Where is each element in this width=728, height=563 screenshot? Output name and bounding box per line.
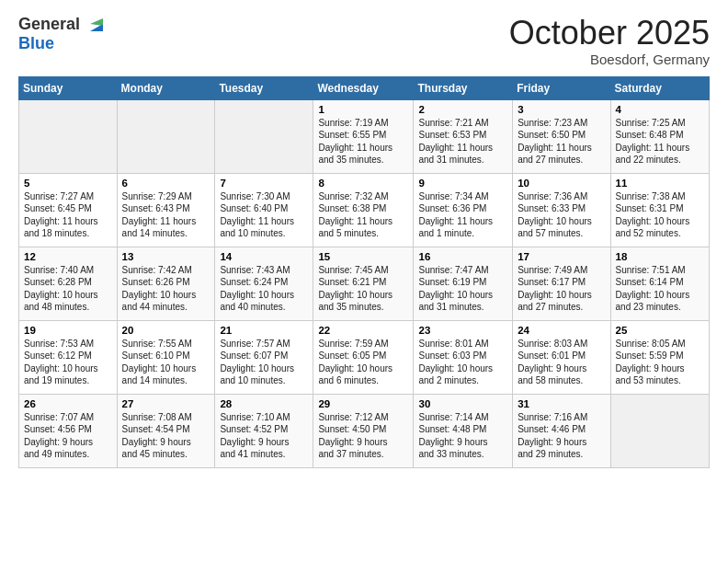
title-block: October 2025 Boesdorf, Germany	[509, 15, 710, 67]
day-number: 18	[616, 251, 704, 262]
day-info: Sunrise: 7:10 AM Sunset: 4:52 PM Dayligh…	[220, 411, 308, 461]
day-info: Sunrise: 7:38 AM Sunset: 6:31 PM Dayligh…	[616, 190, 704, 240]
calendar-cell: 20Sunrise: 7:55 AM Sunset: 6:10 PM Dayli…	[117, 320, 215, 394]
calendar-cell: 16Sunrise: 7:47 AM Sunset: 6:19 PM Dayli…	[414, 247, 513, 320]
day-info: Sunrise: 7:16 AM Sunset: 4:46 PM Dayligh…	[518, 411, 605, 461]
day-number: 20	[122, 325, 210, 336]
day-number: 14	[220, 251, 308, 262]
calendar-cell: 14Sunrise: 7:43 AM Sunset: 6:24 PM Dayli…	[215, 247, 313, 320]
day-info: Sunrise: 8:01 AM Sunset: 6:03 PM Dayligh…	[418, 338, 507, 387]
day-info: Sunrise: 7:51 AM Sunset: 6:14 PM Dayligh…	[616, 264, 704, 314]
calendar-cell: 21Sunrise: 7:57 AM Sunset: 6:07 PM Dayli…	[215, 320, 313, 394]
calendar-cell: 26Sunrise: 7:07 AM Sunset: 4:56 PM Dayli…	[19, 394, 118, 467]
day-info: Sunrise: 8:05 AM Sunset: 5:59 PM Dayligh…	[616, 338, 704, 387]
calendar-header-sunday: Sunday	[19, 76, 118, 99]
calendar-header-monday: Monday	[117, 76, 215, 99]
day-number: 6	[122, 178, 210, 189]
day-info: Sunrise: 7:07 AM Sunset: 4:56 PM Dayligh…	[24, 411, 112, 461]
calendar-cell: 18Sunrise: 7:51 AM Sunset: 6:14 PM Dayli…	[610, 247, 709, 320]
day-info: Sunrise: 7:29 AM Sunset: 6:43 PM Dayligh…	[122, 190, 210, 240]
day-number: 1	[318, 104, 408, 115]
day-number: 8	[318, 178, 408, 189]
day-number: 9	[418, 178, 507, 189]
day-info: Sunrise: 7:30 AM Sunset: 6:40 PM Dayligh…	[220, 190, 308, 240]
day-number: 10	[518, 178, 605, 189]
day-info: Sunrise: 8:03 AM Sunset: 6:01 PM Dayligh…	[518, 338, 605, 387]
calendar-cell: 7Sunrise: 7:30 AM Sunset: 6:40 PM Daylig…	[215, 173, 313, 247]
day-number: 21	[220, 325, 308, 336]
calendar-table: SundayMondayTuesdayWednesdayThursdayFrid…	[18, 76, 710, 468]
logo-general: General	[18, 15, 80, 33]
day-number: 11	[616, 178, 704, 189]
calendar-week-row: 19Sunrise: 7:53 AM Sunset: 6:12 PM Dayli…	[19, 320, 710, 394]
calendar-cell: 31Sunrise: 7:16 AM Sunset: 4:46 PM Dayli…	[513, 394, 610, 467]
day-info: Sunrise: 7:36 AM Sunset: 6:33 PM Dayligh…	[518, 190, 605, 240]
day-info: Sunrise: 7:23 AM Sunset: 6:50 PM Dayligh…	[518, 117, 605, 167]
calendar-cell: 1Sunrise: 7:19 AM Sunset: 6:55 PM Daylig…	[313, 99, 414, 173]
day-info: Sunrise: 7:27 AM Sunset: 6:45 PM Dayligh…	[24, 190, 112, 240]
calendar-cell: 8Sunrise: 7:32 AM Sunset: 6:38 PM Daylig…	[313, 173, 414, 247]
calendar-cell: 10Sunrise: 7:36 AM Sunset: 6:33 PM Dayli…	[513, 173, 610, 247]
day-info: Sunrise: 7:25 AM Sunset: 6:48 PM Dayligh…	[616, 117, 704, 167]
day-number: 12	[24, 251, 112, 262]
day-info: Sunrise: 7:47 AM Sunset: 6:19 PM Dayligh…	[418, 264, 507, 314]
day-info: Sunrise: 7:43 AM Sunset: 6:24 PM Dayligh…	[220, 264, 308, 314]
calendar-cell: 11Sunrise: 7:38 AM Sunset: 6:31 PM Dayli…	[610, 173, 709, 247]
day-info: Sunrise: 7:21 AM Sunset: 6:53 PM Dayligh…	[418, 117, 507, 167]
calendar-cell: 29Sunrise: 7:12 AM Sunset: 4:50 PM Dayli…	[313, 394, 414, 467]
day-number: 27	[122, 398, 210, 409]
day-number: 13	[122, 251, 210, 262]
svg-marker-1	[90, 18, 103, 26]
calendar-cell: 2Sunrise: 7:21 AM Sunset: 6:53 PM Daylig…	[414, 99, 513, 173]
calendar-cell: 5Sunrise: 7:27 AM Sunset: 6:45 PM Daylig…	[19, 173, 118, 247]
day-number: 25	[616, 325, 704, 336]
day-number: 17	[518, 251, 605, 262]
day-number: 5	[24, 178, 112, 189]
calendar-cell	[610, 394, 709, 467]
calendar-header-thursday: Thursday	[414, 76, 513, 99]
calendar-header-friday: Friday	[513, 76, 610, 99]
title-location: Boesdorf, Germany	[509, 52, 710, 67]
page: General Blue October 2025 Boesdorf, Germ…	[0, 0, 728, 563]
calendar-cell: 19Sunrise: 7:53 AM Sunset: 6:12 PM Dayli…	[19, 320, 118, 394]
calendar-week-row: 26Sunrise: 7:07 AM Sunset: 4:56 PM Dayli…	[19, 394, 710, 467]
calendar-week-row: 12Sunrise: 7:40 AM Sunset: 6:28 PM Dayli…	[19, 247, 710, 320]
calendar-cell: 22Sunrise: 7:59 AM Sunset: 6:05 PM Dayli…	[313, 320, 414, 394]
day-number: 23	[418, 325, 507, 336]
calendar-week-row: 1Sunrise: 7:19 AM Sunset: 6:55 PM Daylig…	[19, 99, 710, 173]
calendar-cell: 28Sunrise: 7:10 AM Sunset: 4:52 PM Dayli…	[215, 394, 313, 467]
calendar-cell	[215, 99, 313, 173]
day-number: 4	[616, 104, 704, 115]
title-month: October 2025	[509, 15, 710, 52]
calendar-cell: 6Sunrise: 7:29 AM Sunset: 6:43 PM Daylig…	[117, 173, 215, 247]
day-info: Sunrise: 7:12 AM Sunset: 4:50 PM Dayligh…	[318, 411, 408, 461]
calendar-header-saturday: Saturday	[610, 76, 709, 99]
day-info: Sunrise: 7:57 AM Sunset: 6:07 PM Dayligh…	[220, 338, 308, 387]
day-number: 19	[24, 325, 112, 336]
day-number: 22	[318, 325, 408, 336]
calendar-header-row: SundayMondayTuesdayWednesdayThursdayFrid…	[19, 76, 710, 99]
day-number: 16	[418, 251, 507, 262]
calendar-cell: 4Sunrise: 7:25 AM Sunset: 6:48 PM Daylig…	[610, 99, 709, 173]
day-info: Sunrise: 7:40 AM Sunset: 6:28 PM Dayligh…	[24, 264, 112, 314]
calendar-cell: 24Sunrise: 8:03 AM Sunset: 6:01 PM Dayli…	[513, 320, 610, 394]
logo-blue: Blue	[18, 34, 54, 52]
logo: General Blue	[18, 15, 107, 53]
day-info: Sunrise: 7:34 AM Sunset: 6:36 PM Dayligh…	[418, 190, 507, 240]
calendar-cell: 3Sunrise: 7:23 AM Sunset: 6:50 PM Daylig…	[513, 99, 610, 173]
calendar-cell: 15Sunrise: 7:45 AM Sunset: 6:21 PM Dayli…	[313, 247, 414, 320]
calendar-cell: 27Sunrise: 7:08 AM Sunset: 4:54 PM Dayli…	[117, 394, 215, 467]
day-number: 29	[318, 398, 408, 409]
calendar-cell: 23Sunrise: 8:01 AM Sunset: 6:03 PM Dayli…	[414, 320, 513, 394]
day-info: Sunrise: 7:08 AM Sunset: 4:54 PM Dayligh…	[122, 411, 210, 461]
calendar-week-row: 5Sunrise: 7:27 AM Sunset: 6:45 PM Daylig…	[19, 173, 710, 247]
calendar-header-wednesday: Wednesday	[313, 76, 414, 99]
day-info: Sunrise: 7:32 AM Sunset: 6:38 PM Dayligh…	[318, 190, 408, 240]
day-number: 3	[518, 104, 605, 115]
calendar-cell	[19, 99, 118, 173]
calendar-cell: 13Sunrise: 7:42 AM Sunset: 6:26 PM Dayli…	[117, 247, 215, 320]
day-number: 28	[220, 398, 308, 409]
calendar-cell: 30Sunrise: 7:14 AM Sunset: 4:48 PM Dayli…	[414, 394, 513, 467]
calendar-header-tuesday: Tuesday	[215, 76, 313, 99]
calendar-cell: 9Sunrise: 7:34 AM Sunset: 6:36 PM Daylig…	[414, 173, 513, 247]
